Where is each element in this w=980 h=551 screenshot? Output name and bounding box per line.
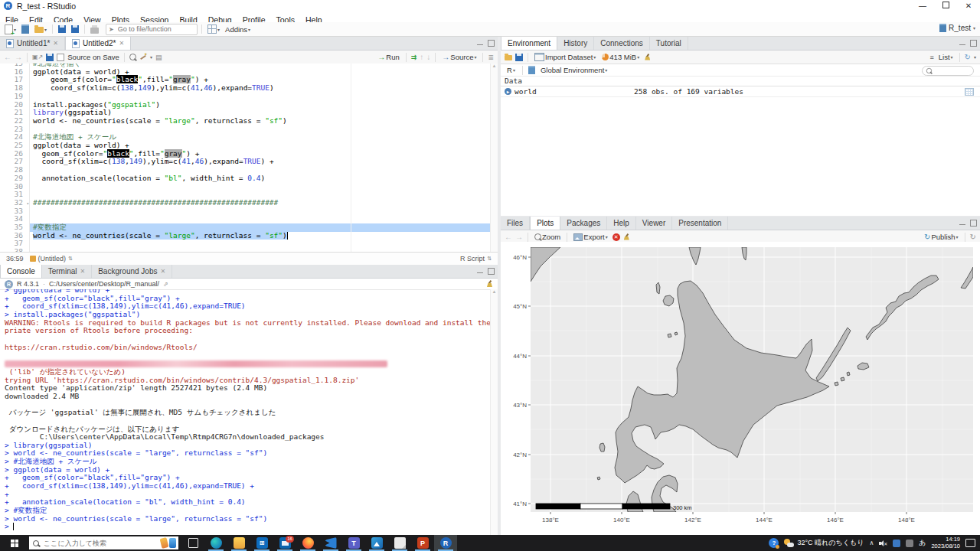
maximize-button[interactable]: [934, 0, 957, 12]
close-tab-icon[interactable]: ✕: [160, 268, 165, 275]
taskbar-app-rstudio[interactable]: R: [434, 535, 457, 551]
source-button[interactable]: →Source▾: [440, 52, 478, 63]
get-help-icon[interactable]: ?: [769, 538, 779, 548]
tab-plots[interactable]: Plots: [530, 217, 560, 230]
hidden-icons-chevron[interactable]: ∧: [869, 540, 874, 546]
view-mode-selector[interactable]: List▾: [937, 52, 955, 63]
maximize-pane-icon[interactable]: [488, 268, 495, 275]
editor-line-37[interactable]: 37: [0, 240, 498, 248]
tab-environment[interactable]: Environment: [501, 37, 557, 50]
volume-muted-icon[interactable]: ✕: [879, 540, 887, 547]
env-object-world[interactable]: ▶world258 obs. of 169 variables: [501, 86, 980, 97]
tab-history[interactable]: History: [557, 37, 594, 50]
tab-untitled2-[interactable]: Untitled2*✕: [65, 37, 131, 50]
document-outline-selector[interactable]: (Untitled)⇅: [30, 255, 73, 262]
editor-line-30[interactable]: 30: [0, 183, 498, 191]
editor-line-36[interactable]: 36world <- ne_countries(scale = "large",…: [0, 232, 498, 240]
refresh-environment-icon[interactable]: ↻: [965, 54, 971, 61]
maximize-pane-icon[interactable]: [488, 40, 495, 47]
taskbar-app-powerpoint[interactable]: P: [411, 535, 434, 551]
find-replace-icon[interactable]: [129, 54, 136, 60]
language-selector[interactable]: R▾: [505, 65, 517, 76]
print-button[interactable]: [89, 24, 100, 34]
start-button[interactable]: [0, 535, 29, 551]
tab-files[interactable]: Files: [501, 217, 530, 230]
export-plot-button[interactable]: Export▾: [572, 232, 609, 243]
code-editor[interactable]: 15#北海道を描く16ggplot(data = world) +17 geom…: [0, 64, 498, 253]
doc-type-selector[interactable]: R Script⇅: [460, 255, 492, 262]
editor-line-32[interactable]: 32▾#####################################…: [0, 199, 498, 207]
tab-untitled1-[interactable]: Untitled1*✕: [0, 37, 65, 50]
project-selector[interactable]: R_test▾: [939, 24, 975, 32]
publish-button[interactable]: ↻Publish▾: [923, 232, 960, 243]
close-tab-icon[interactable]: ✕: [80, 268, 86, 275]
editor-line-29[interactable]: 29 annotation_scale(location = "bl", wid…: [0, 174, 498, 183]
environment-selector[interactable]: Global Environment▾: [539, 65, 609, 76]
editor-line-33[interactable]: 33: [0, 207, 498, 216]
new-project-button[interactable]: [20, 24, 31, 34]
tab-presentation[interactable]: Presentation: [672, 217, 728, 230]
clear-console-icon[interactable]: [486, 280, 493, 288]
console-scrollbar[interactable]: ▲: [490, 289, 498, 535]
taskbar-app-firefox[interactable]: [296, 535, 319, 551]
compile-report-icon[interactable]: ▤: [155, 54, 162, 61]
taskbar-app-notes[interactable]: [388, 535, 411, 551]
load-workspace-icon[interactable]: [505, 55, 512, 60]
console-output[interactable]: > ggplot(data = world) ++ geom_sf(color=…: [0, 289, 491, 535]
taskbar-clock[interactable]: 14:192023/08/10: [931, 536, 960, 549]
refresh-plot-icon[interactable]: ↻: [970, 233, 976, 241]
clear-environment-icon[interactable]: [644, 54, 651, 61]
close-tab-icon[interactable]: ✕: [119, 40, 124, 47]
open-directory-icon[interactable]: ⇗: [163, 281, 168, 288]
goto-file-function-input[interactable]: [116, 24, 194, 34]
expand-object-icon[interactable]: ▶: [505, 88, 511, 95]
tray-app-icon-1[interactable]: [893, 540, 900, 547]
editor-line-22[interactable]: 22world <- ne_countries(scale = "large",…: [0, 117, 498, 126]
open-in-window-icon[interactable]: ▣↗: [32, 54, 43, 60]
taskbar-app-file-explorer[interactable]: [227, 535, 250, 551]
previous-chunk-icon[interactable]: ↑: [420, 53, 423, 61]
tab-background-jobs[interactable]: Background Jobs✕: [92, 265, 172, 278]
taskbar-app-outlook[interactable]: 16: [273, 535, 296, 551]
taskbar-app-photos[interactable]: [365, 535, 388, 551]
taskbar-app-teams[interactable]: T: [342, 535, 365, 551]
minimize-pane-icon[interactable]: [959, 224, 965, 225]
taskbar-search-input[interactable]: [42, 539, 129, 548]
tab-connections[interactable]: Connections: [594, 37, 650, 50]
minimize-pane-icon[interactable]: [959, 44, 965, 45]
editor-line-34[interactable]: 34: [0, 215, 498, 223]
taskbar-app-microsoft-store[interactable]: ⊞: [250, 535, 273, 551]
maximize-pane-icon[interactable]: [970, 40, 977, 47]
maximize-pane-icon[interactable]: [970, 220, 977, 227]
tab-console[interactable]: Console: [0, 265, 42, 278]
new-file-button[interactable]: +▾: [3, 24, 18, 34]
taskbar-app-vscode[interactable]: [319, 535, 342, 551]
close-tab-icon[interactable]: ✕: [53, 40, 58, 47]
ime-indicator[interactable]: あ: [919, 538, 926, 548]
editor-scrollbar[interactable]: ▲: [490, 64, 498, 253]
weather-widget[interactable]: 32°C 晴れのちくもり: [784, 538, 864, 548]
memory-usage-button[interactable]: 413 MiB▾: [600, 52, 641, 63]
taskbar-search-box[interactable]: [29, 536, 178, 549]
save-button[interactable]: [57, 24, 67, 34]
open-file-button[interactable]: ▾: [33, 24, 48, 34]
minimize-button[interactable]: —: [911, 0, 934, 12]
tab-tutorial[interactable]: Tutorial: [650, 37, 688, 50]
pane-layout-button[interactable]: ▾: [206, 24, 221, 34]
view-data-icon[interactable]: [965, 88, 974, 96]
environment-search-box[interactable]: [922, 66, 974, 76]
outline-icon[interactable]: ≣: [488, 54, 494, 61]
rerun-button[interactable]: ⇉: [411, 54, 417, 61]
minimize-pane-icon[interactable]: [477, 44, 483, 45]
code-tools-icon[interactable]: [139, 54, 147, 61]
remove-plot-icon[interactable]: ✕: [612, 233, 620, 241]
taskbar-app-edge[interactable]: [204, 535, 227, 551]
run-button[interactable]: →Run: [376, 52, 400, 63]
addins-button[interactable]: Addins▾: [224, 24, 252, 34]
tab-terminal[interactable]: Terminal✕: [42, 265, 93, 278]
minimize-pane-icon[interactable]: [477, 272, 483, 273]
tray-app-icon-2[interactable]: [906, 540, 913, 547]
next-plot-icon[interactable]: →: [515, 233, 523, 241]
save-doc-icon[interactable]: [46, 54, 54, 61]
save-all-button[interactable]: [70, 24, 80, 34]
